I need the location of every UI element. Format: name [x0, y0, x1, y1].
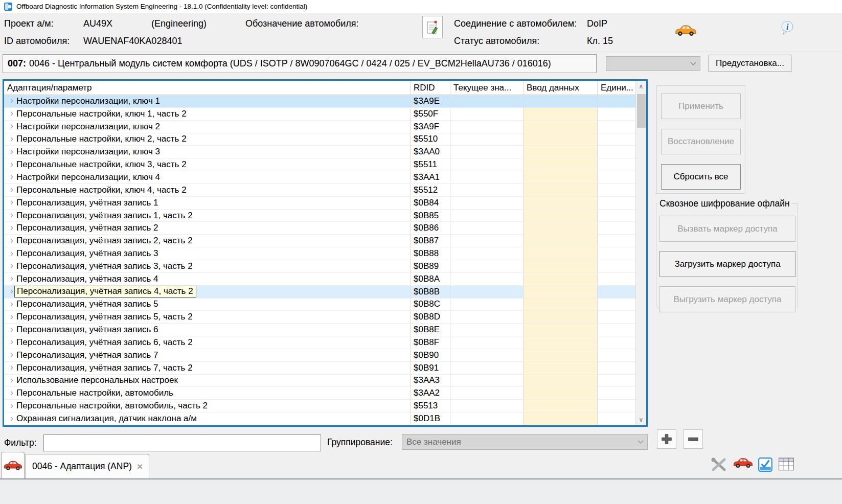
table-row[interactable]: ›Персонализация, учётная запись 2$0B86 [4, 222, 646, 235]
table-row[interactable]: ›Охранная сигнализация, датчик наклона а… [4, 413, 646, 425]
row-data-input-cell[interactable] [524, 222, 598, 234]
table-row[interactable]: ›Персональные настройки, ключ 1, часть 2… [4, 108, 646, 121]
load-access-token-button[interactable]: Загрузить маркер доступа [659, 251, 795, 277]
close-icon[interactable]: × [137, 463, 143, 471]
row-parameter-cell[interactable]: ›Персонализация, учётная запись 5 [4, 299, 411, 311]
row-data-input-cell[interactable] [524, 311, 598, 323]
row-parameter-cell[interactable]: ›Персонализация, учётная запись 6 [4, 324, 411, 336]
row-data-input-cell[interactable] [524, 299, 598, 311]
expand-chevron-icon[interactable]: › [7, 413, 16, 424]
unload-access-token-button[interactable]: Выгрузить маркер доступа [659, 286, 795, 312]
vertical-scrollbar[interactable]: ∧ ∨ [635, 81, 646, 425]
expand-chevron-icon[interactable]: › [7, 260, 16, 271]
fetch-access-token-button[interactable]: Вызвать маркер доступа [659, 216, 795, 242]
table-row[interactable]: ›Персональные настройки, автомобиль$3AA2 [4, 387, 646, 400]
expand-chevron-icon[interactable]: › [7, 299, 16, 309]
table-row[interactable]: ›Персональные настройки, ключ 2, часть 2… [4, 133, 646, 146]
checklist-button[interactable] [758, 457, 773, 472]
table-row[interactable]: ›Персонализация, учётная запись 7$0B90 [4, 349, 646, 362]
row-parameter-cell[interactable]: ›Персонализация, учётная запись 3, часть… [4, 260, 411, 272]
expand-chevron-icon[interactable]: › [7, 235, 16, 246]
table-row[interactable]: ›Персонализация, учётная запись 2, часть… [4, 235, 646, 247]
row-data-input-cell[interactable] [524, 375, 598, 387]
tab-adaptation[interactable]: 0046 - Адаптация (ANP) × [26, 454, 149, 478]
apply-button[interactable]: Применить [661, 94, 741, 119]
row-parameter-cell[interactable]: ›Персонализация, учётная запись 6, часть… [4, 336, 411, 349]
preset-dropdown[interactable] [606, 56, 700, 71]
row-parameter-cell[interactable]: ›Персонализация, учётная запись 2, часть… [4, 235, 411, 247]
row-data-input-cell[interactable] [524, 133, 598, 146]
protocol-button[interactable] [422, 16, 443, 38]
info-icon[interactable]: i [780, 20, 794, 36]
remove-button[interactable] [684, 429, 703, 449]
row-data-input-cell[interactable] [524, 146, 598, 158]
row-parameter-cell[interactable]: ›Персонализация, учётная запись 7, часть… [4, 362, 411, 374]
row-data-input-cell[interactable] [524, 362, 598, 374]
table-row[interactable]: ›Персонализация, учётная запись 5, часть… [4, 311, 646, 324]
row-parameter-cell[interactable]: ›Использование персональных настроек [4, 375, 411, 387]
row-data-input-cell[interactable] [524, 197, 598, 209]
column-header-parameter[interactable]: Адаптация/параметр [4, 81, 411, 95]
row-data-input-cell[interactable] [524, 171, 598, 184]
table-row[interactable]: ›Персонализация, учётная запись 6, часть… [4, 336, 646, 349]
reset-all-button[interactable]: Сбросить все [661, 164, 741, 190]
row-data-input-cell[interactable] [524, 108, 598, 120]
expand-chevron-icon[interactable]: › [7, 184, 16, 195]
table-row[interactable]: ›Настройки персонализации, ключ 1$3A9E [4, 95, 646, 108]
row-parameter-cell[interactable]: ›Персонализация, учётная запись 4, часть… [4, 286, 411, 298]
expand-chevron-icon[interactable]: › [7, 222, 16, 233]
tools-button[interactable] [711, 457, 727, 472]
expand-chevron-icon[interactable]: › [7, 159, 16, 170]
row-parameter-cell[interactable]: ›Настройки персонализации, ключ 1 [4, 95, 411, 107]
expand-chevron-icon[interactable]: › [7, 146, 16, 157]
expand-chevron-icon[interactable]: › [7, 311, 16, 322]
row-parameter-cell[interactable]: ›Настройки персонализации, ключ 2 [4, 121, 411, 133]
table-row[interactable]: ›Персонализация, учётная запись 3, часть… [4, 260, 646, 273]
table-row[interactable]: ›Использование персональных настроек$3AA… [4, 375, 646, 387]
scrollbar-down-icon[interactable]: ∨ [636, 415, 646, 425]
diagnostics-car-button[interactable] [732, 457, 754, 469]
row-parameter-cell[interactable]: ›Персонализация, учётная запись 1, часть… [4, 210, 411, 222]
column-header-unit[interactable]: Едини... [598, 81, 635, 95]
row-parameter-cell[interactable]: ›Персональные настройки, ключ 2, часть 2 [4, 133, 411, 146]
expand-chevron-icon[interactable]: › [7, 248, 16, 259]
row-parameter-cell[interactable]: ›Настройки персонализации, ключ 4 [4, 171, 411, 184]
row-parameter-cell[interactable]: ›Охранная сигнализация, датчик наклона а… [4, 413, 411, 425]
row-data-input-cell[interactable] [524, 387, 598, 399]
expand-chevron-icon[interactable]: › [7, 324, 16, 335]
row-data-input-cell[interactable] [524, 286, 598, 298]
row-data-input-cell[interactable] [524, 121, 598, 133]
column-header-rdid[interactable]: RDID [411, 81, 450, 95]
add-button[interactable] [657, 429, 676, 449]
expand-chevron-icon[interactable]: › [7, 400, 16, 411]
expand-chevron-icon[interactable]: › [7, 375, 16, 385]
expand-chevron-icon[interactable]: › [7, 210, 16, 220]
filter-input[interactable] [43, 434, 321, 451]
column-header-current-value[interactable]: Текущее зна... [450, 81, 524, 95]
row-parameter-cell[interactable]: ›Персональные настройки, ключ 4, часть 2 [4, 184, 411, 196]
preset-button[interactable]: Предустановка... [709, 55, 791, 72]
expand-chevron-icon[interactable]: › [7, 349, 16, 360]
table-row[interactable]: ›Персональные настройки, ключ 4, часть 2… [4, 184, 646, 197]
row-data-input-cell[interactable] [524, 158, 598, 171]
row-data-input-cell[interactable] [524, 260, 598, 272]
row-parameter-cell[interactable]: ›Персонализация, учётная запись 3 [4, 247, 411, 260]
row-parameter-cell[interactable]: ›Персонализация, учётная запись 7 [4, 349, 411, 361]
table-row[interactable]: ›Персональные настройки, ключ 3, часть 2… [4, 158, 646, 171]
grouping-dropdown[interactable]: Все значения [402, 434, 648, 450]
row-parameter-cell[interactable]: ›Персональные настройки, автомобиль [4, 387, 411, 399]
row-parameter-cell[interactable]: ›Персональные настройки, ключ 3, часть 2 [4, 158, 411, 171]
row-data-input-cell[interactable] [524, 247, 598, 260]
table-row[interactable]: ›Персонализация, учётная запись 1$0B84 [4, 197, 646, 210]
table-row[interactable]: ›Персонализация, учётная запись 4$0B8A [4, 273, 646, 286]
row-data-input-cell[interactable] [524, 413, 598, 425]
row-data-input-cell[interactable] [524, 210, 598, 222]
expand-chevron-icon[interactable]: › [7, 95, 16, 106]
table-row[interactable]: ›Персонализация, учётная запись 4, часть… [4, 286, 646, 299]
expand-chevron-icon[interactable]: › [7, 133, 16, 144]
row-parameter-cell[interactable]: ›Персональные настройки, автомобиль, час… [4, 400, 411, 412]
expand-chevron-icon[interactable]: › [7, 362, 16, 373]
row-parameter-cell[interactable]: ›Персонализация, учётная запись 4 [4, 273, 411, 285]
row-data-input-cell[interactable] [524, 336, 598, 349]
row-data-input-cell[interactable] [524, 400, 598, 412]
